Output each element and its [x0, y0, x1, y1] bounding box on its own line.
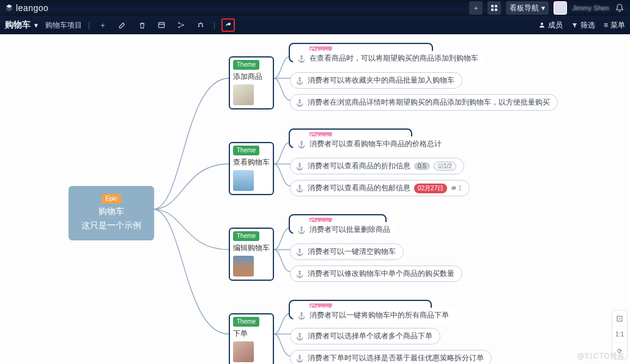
- theme-thumb: [233, 341, 254, 362]
- menu-icon: ≡: [604, 21, 608, 29]
- story-text: 消费者可以查看商品的包邮信息: [308, 183, 410, 193]
- theme-node[interactable]: Theme 查看购物车: [229, 142, 274, 195]
- story-text: 消费者在浏览商品详情时将期望购买的商品添加到购物车，以方便批量购买: [308, 97, 550, 108]
- story-card[interactable]: 消费者在浏览商品详情时将期望购买的商品添加到购物车，以方便批量购买: [290, 94, 558, 111]
- epic-subtitle: 这只是一个示例: [75, 218, 148, 232]
- story-text: 消费者可以查看购物车中商品的价格总计: [309, 139, 442, 149]
- story-card[interactable]: 消费者可以查看商品的包邮信息02月27日1: [290, 180, 470, 196]
- toolbar-add-icon[interactable]: ＋: [96, 18, 109, 32]
- story-card[interactable]: 消费者可以批量删除商品: [292, 222, 398, 237]
- mindmap-canvas[interactable]: Epic 购物车 这只是一个示例 Theme 添加商品 Theme 查看购物车 …: [0, 34, 630, 364]
- anchor-icon: [295, 162, 304, 171]
- anchor-icon: [295, 248, 304, 256]
- chevron-down-icon: ▾: [541, 4, 545, 12]
- story-card[interactable]: 消费者可以选择单个或者多个商品下单: [290, 328, 440, 344]
- svg-rect-4: [158, 23, 164, 28]
- avatar[interactable]: [554, 1, 567, 15]
- theme-tag: Theme: [233, 60, 259, 70]
- topbar: leangoo ＋ 看板导航 ▾ Jimmy Shen: [0, 0, 630, 16]
- theme-node[interactable]: Theme 编辑购物车: [229, 228, 274, 281]
- date-pill: 02月27日: [414, 184, 447, 193]
- add-button[interactable]: ＋: [469, 1, 483, 15]
- brand-logo[interactable]: leangoo: [5, 3, 48, 13]
- logo-icon: [5, 4, 13, 12]
- filter-link[interactable]: 筛选: [571, 20, 595, 31]
- svg-rect-0: [491, 5, 494, 7]
- anchor-icon: [295, 184, 304, 193]
- story-text: 消费者可以选择单个或者多个商品下单: [308, 331, 432, 341]
- theme-title: 查看购物车: [233, 157, 270, 168]
- toolbar-export-icon[interactable]: [221, 18, 235, 32]
- story-text: 在查看商品时，可以将期望购买的商品添加到购物车: [309, 53, 478, 64]
- theme-thumb: [233, 84, 254, 105]
- story-text: 消费者可以批量删除商品: [309, 225, 390, 235]
- comment-badge: 1: [451, 185, 462, 191]
- points-pill: 0.5: [414, 162, 430, 170]
- theme-node[interactable]: Theme 添加商品: [229, 56, 274, 110]
- toolbar-delete-icon[interactable]: [135, 18, 149, 32]
- story-card[interactable]: 消费者下单时可以选择是否基于最佳优惠策略拆分订单: [290, 350, 492, 364]
- theme-tag: Theme: [233, 317, 259, 327]
- board-nav-dropdown[interactable]: 看板导航 ▾: [506, 1, 549, 15]
- story-card[interactable]: 消费者可以一键清空购物车: [290, 243, 404, 260]
- theme-title: 编辑购物车: [233, 243, 270, 253]
- zoom-panel: 1:1 ⟳: [612, 310, 628, 359]
- svg-rect-3: [495, 9, 497, 11]
- svg-point-5: [178, 22, 179, 23]
- toolbar-share-net-icon[interactable]: [174, 18, 188, 32]
- anchor-icon: [295, 270, 304, 278]
- svg-rect-1: [495, 5, 497, 7]
- theme-title: 添加商品: [233, 72, 270, 82]
- anchor-icon: [295, 98, 304, 107]
- board-nav-label: 看板导航: [510, 3, 539, 13]
- svg-point-7: [182, 24, 183, 26]
- chevron-down-icon: ▼: [33, 22, 39, 29]
- anchor-icon: [297, 54, 306, 63]
- story-card[interactable]: 消费者可以查看购物车中商品的价格总计: [292, 136, 449, 152]
- anchor-icon: [295, 332, 304, 341]
- story-card[interactable]: 在查看商品时，可以将期望购买的商品添加到购物车: [292, 51, 486, 66]
- theme-thumb: [233, 256, 254, 277]
- username[interactable]: Jimmy Shen: [572, 4, 609, 12]
- board-title[interactable]: 购物车▼: [5, 20, 39, 31]
- epic-tag: Epic: [102, 194, 120, 204]
- board-toolbar: 购物车▼ 购物车项目 | ＋ | 成员 筛选 ≡菜单: [0, 16, 630, 34]
- checklist-pill: ☑1/2: [434, 162, 456, 171]
- anchor-icon: [297, 140, 306, 149]
- brand-name: leangoo: [16, 3, 48, 13]
- theme-thumb: [233, 170, 254, 191]
- anchor-icon: [295, 76, 304, 85]
- story-text: 消费者可以修改购物车中单个商品的购买数量: [308, 269, 454, 279]
- story-card[interactable]: 消费者可以查看商品的折扣信息0.5☑1/2: [290, 158, 464, 174]
- members-link[interactable]: 成员: [538, 20, 563, 31]
- story-text: 消费者可以一键将购物车中的所有商品下单: [309, 310, 449, 321]
- toolbar-card-icon[interactable]: [155, 18, 168, 32]
- bell-icon[interactable]: [614, 2, 625, 13]
- apps-button[interactable]: [487, 1, 501, 15]
- story-text: 消费者可以将收藏夹中的商品批量加入购物车: [308, 75, 454, 86]
- theme-title: 下单: [233, 329, 270, 339]
- toolbar-edit-icon[interactable]: [116, 18, 129, 32]
- story-text: 消费者下单时可以选择是否基于最佳优惠策略拆分订单: [308, 353, 484, 363]
- project-name[interactable]: 购物车项目: [45, 20, 82, 31]
- story-text: 消费者可以查看商品的折扣信息: [308, 161, 410, 171]
- epic-title: 购物车: [75, 204, 148, 218]
- zoom-reset-button[interactable]: ⟳: [612, 343, 627, 358]
- theme-node[interactable]: Theme 下单: [229, 313, 274, 364]
- anchor-icon: [297, 226, 306, 234]
- zoom-ratio-button[interactable]: 1:1: [612, 327, 627, 343]
- svg-rect-2: [491, 9, 494, 11]
- zoom-fit-button[interactable]: [612, 311, 627, 327]
- story-card[interactable]: 消费者可以修改购物车中单个商品的购买数量: [290, 266, 462, 282]
- anchor-icon: [295, 354, 304, 363]
- epic-node[interactable]: Epic 购物车 这只是一个示例: [69, 186, 154, 240]
- story-card[interactable]: 消费者可以一键将购物车中的所有商品下单: [292, 308, 456, 323]
- theme-tag: Theme: [233, 231, 259, 241]
- svg-point-6: [178, 26, 179, 28]
- anchor-icon: [297, 311, 306, 320]
- story-text: 消费者可以一键清空购物车: [308, 247, 396, 257]
- menu-link[interactable]: ≡菜单: [604, 20, 625, 31]
- theme-tag: Theme: [233, 146, 259, 155]
- story-card[interactable]: 消费者可以将收藏夹中的商品批量加入购物车: [290, 72, 462, 89]
- toolbar-hierarchy-icon[interactable]: [194, 18, 207, 32]
